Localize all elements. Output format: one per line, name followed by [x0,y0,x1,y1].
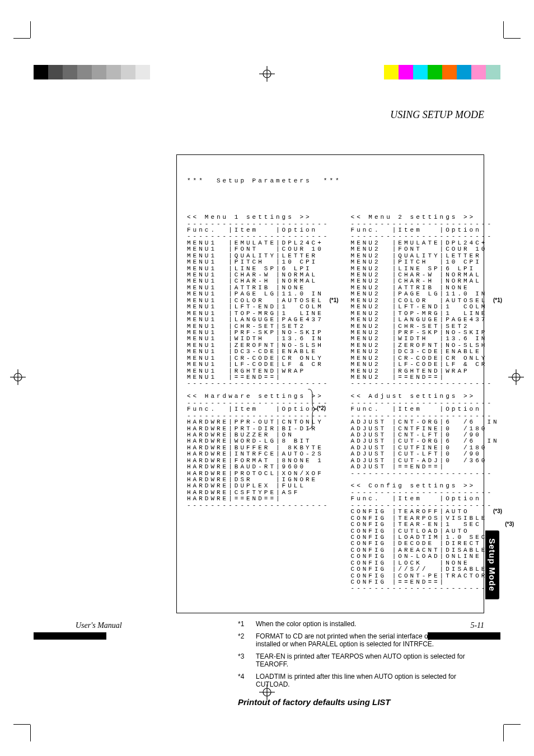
footnotes: *1When the color option is installed.*2F… [238,620,484,688]
listing-title: *** Setup Parameters *** [187,178,474,184]
footer-right: 5-11 [470,621,484,630]
registration-mark-icon [10,369,26,385]
color-swatches [384,65,500,79]
caption: Printout of factory defaults using LIST [238,697,484,707]
listing-box: *** Setup Parameters *** << Menu 1 setti… [176,154,484,613]
page-content: USING SETUP MODE *** Setup Parameters **… [76,109,484,707]
footnote-num: *4 [238,673,256,688]
footnote-text: FORMAT to CD are not printed when the se… [256,632,484,648]
footnote: *2FORMAT to CD are not printed when the … [238,632,484,648]
page-header: USING SETUP MODE [76,109,484,121]
grayscale-bars [34,65,150,79]
side-tab: Setup Mode [485,530,499,599]
footnote: *3TEAR-EN is printed after TEARPOS when … [238,652,484,668]
footnote-num: *3 [238,652,256,668]
brace-icon: (*2) [307,389,317,430]
page-footer: User's Manual 5-11 [76,621,484,630]
footer-left: User's Manual [76,621,122,630]
footnote-text: LOADTIM is printed after this line when … [256,673,484,688]
footnote-text: TEAR-EN is printed after TEARPOS when AU… [256,652,484,668]
footnote-num: *2 [238,632,256,648]
footnote: *4LOADTIM is printed after this line whe… [238,673,484,688]
registration-mark-icon [259,66,275,82]
